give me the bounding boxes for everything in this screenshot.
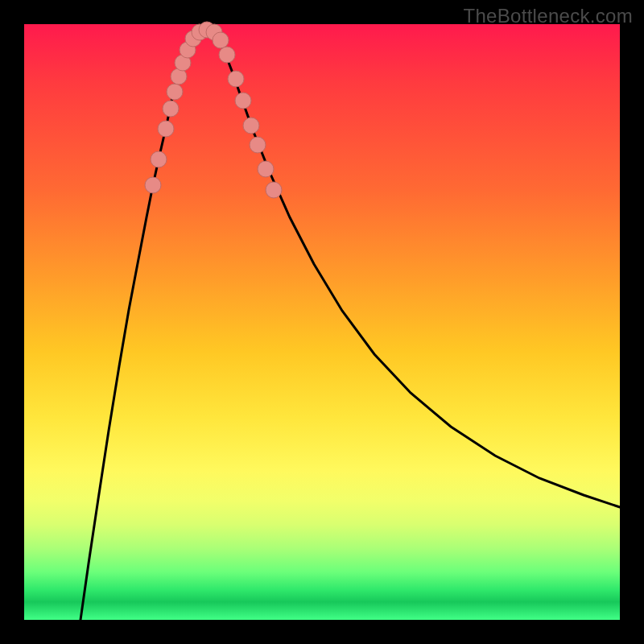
marker-dot	[158, 121, 174, 137]
curve-layer	[24, 24, 620, 620]
plot-area	[24, 24, 620, 620]
marker-dot	[151, 151, 167, 167]
marker-dot	[235, 93, 251, 109]
chart-frame: TheBottleneck.com	[0, 0, 644, 644]
marker-group	[145, 22, 282, 198]
marker-dot	[213, 32, 229, 48]
marker-dot	[145, 177, 161, 193]
marker-dot	[266, 182, 282, 198]
marker-dot	[163, 101, 179, 117]
marker-dot	[228, 71, 244, 87]
marker-dot	[250, 137, 266, 153]
marker-dot	[243, 118, 259, 134]
curve-left-branch	[80, 37, 193, 620]
marker-dot	[219, 47, 235, 63]
curve-right-branch	[217, 37, 620, 507]
marker-dot	[258, 161, 274, 177]
marker-dot	[167, 84, 183, 100]
